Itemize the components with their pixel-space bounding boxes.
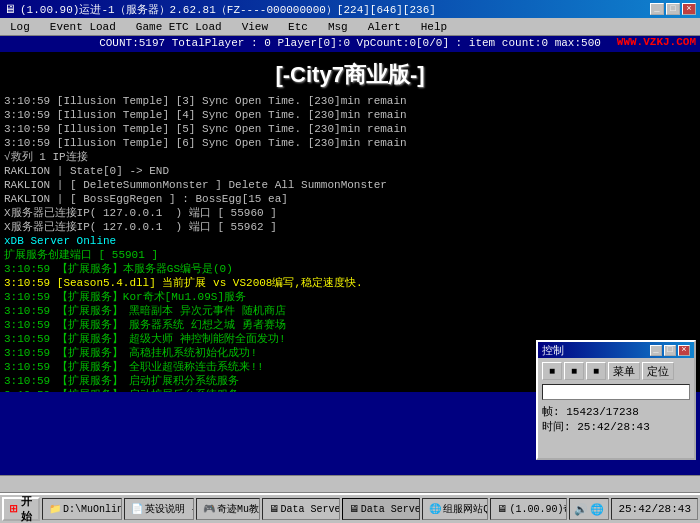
taskbar-item-7-icon: 🖥 — [497, 503, 507, 515]
menu-msg[interactable]: Msg — [322, 20, 354, 34]
taskbar-clock: 25:42/28:43 — [611, 498, 698, 520]
taskbar-item-4-label: Data Server... — [281, 504, 340, 515]
tray-icon-2: 🌐 — [590, 503, 604, 516]
control-time-status: 时间: 25:42/28:43 — [542, 419, 690, 434]
taskbar-item-6-label: 组服网站Q... — [443, 502, 488, 516]
taskbar-item-3[interactable]: 🎮 奇迹Mu教... — [196, 498, 260, 520]
taskbar: ⊞ 开始 📁 D:\MuOnline... 📄 英设说明 -... 🎮 奇迹Mu… — [0, 493, 700, 523]
bottom-status-bar — [0, 475, 700, 493]
taskbar-item-5-label: Data Server... — [361, 504, 420, 515]
clock-text: 25:42/28:43 — [618, 503, 691, 515]
start-button[interactable]: ⊞ 开始 — [2, 497, 40, 521]
control-maximize-button[interactable]: □ — [664, 345, 676, 356]
log-line: RAKLION | [ BossEggRegen ] : BossEgg[15 … — [4, 192, 696, 206]
maximize-button[interactable]: □ — [666, 3, 680, 15]
control-toolbar: ■ ■ ■ 菜单 定位 — [542, 362, 690, 380]
log-line: 3:10:59 [Illusion Temple] [5] Sync Open … — [4, 122, 696, 136]
control-set-button[interactable]: 定位 — [642, 362, 674, 380]
taskbar-item-7-label: (1.00.90)奇... — [509, 502, 567, 516]
title-bar-text: (1.00.90)运进-1（服务器）2.62.81（FZ----00000000… — [20, 2, 436, 17]
tray-icon-1: 🔊 — [574, 503, 588, 516]
control-title-text: 控制 — [542, 343, 564, 358]
menu-event-load[interactable]: Event Load — [44, 20, 122, 34]
windows-logo-icon: ⊞ — [10, 501, 18, 517]
taskbar-item-7[interactable]: 🖥 (1.00.90)奇... — [490, 498, 567, 520]
taskbar-tray: 🔊 🌐 — [569, 498, 609, 520]
log-line: 3:10:59 [Season5.4.dll] 当前扩展 vs VS2008编写… — [4, 276, 696, 290]
taskbar-item-4-icon: 🖥 — [269, 503, 279, 515]
menu-help[interactable]: Help — [415, 20, 453, 34]
control-close-button[interactable]: × — [678, 345, 690, 356]
window-icon: 🖥 — [4, 2, 16, 17]
log-line: 3:10:59 【扩展服务】Kor奇术[Mu1.09S]服务 — [4, 290, 696, 304]
close-button[interactable]: × — [682, 3, 696, 15]
title-bar-buttons: _ □ × — [650, 3, 696, 15]
control-btn-1[interactable]: ■ — [542, 362, 562, 380]
menu-etc[interactable]: Etc — [282, 20, 314, 34]
control-body: ■ ■ ■ 菜单 定位 帧: 15423/17238 时间: 25:42/28:… — [538, 358, 694, 438]
menu-log[interactable]: Log — [4, 20, 36, 34]
control-minimize-button[interactable]: _ — [650, 345, 662, 356]
minimize-button[interactable]: _ — [650, 3, 664, 15]
title-bar-left: 🖥 (1.00.90)运进-1（服务器）2.62.81（FZ----000000… — [4, 2, 436, 17]
log-line: X服务器已连接IP( 127.0.0.1 ) 端口 [ 55962 ] — [4, 220, 696, 234]
log-line: √救列 1 IP连接 — [4, 150, 696, 164]
log-line: X服务器已连接IP( 127.0.0.1 ) 端口 [ 55960 ] — [4, 206, 696, 220]
menu-view[interactable]: View — [236, 20, 274, 34]
menu-bar: Log Event Load Game ETC Load View Etc Ms… — [0, 18, 700, 36]
menu-alert[interactable]: Alert — [362, 20, 407, 34]
taskbar-item-3-label: 奇迹Mu教... — [217, 502, 260, 516]
status-bar-top: COUNT:5197 TotalPlayer : 0 Player[0]:0 V… — [0, 36, 700, 52]
game-title: [-City7商业版-] — [4, 54, 696, 94]
control-btn-3[interactable]: ■ — [586, 362, 606, 380]
log-line: xDB Server Online — [4, 234, 696, 248]
control-input-field[interactable] — [542, 384, 690, 400]
control-btn-2[interactable]: ■ — [564, 362, 584, 380]
taskbar-item-2-label: 英设说明 -... — [145, 502, 194, 516]
taskbar-item-3-icon: 🎮 — [203, 503, 215, 515]
status-count-text: COUNT:5197 TotalPlayer : 0 Player[0]:0 V… — [99, 37, 601, 49]
taskbar-item-5[interactable]: 🖥 Data Server... — [342, 498, 420, 520]
control-frame-status: 帧: 15423/17238 — [542, 404, 690, 419]
log-line: 3:10:59 [Illusion Temple] [4] Sync Open … — [4, 108, 696, 122]
taskbar-item-6-icon: 🌐 — [429, 503, 441, 515]
taskbar-item-1-label: D:\MuOnline... — [63, 504, 122, 515]
log-line: 3:10:59 【扩展服务】 服务器系统 幻想之城 勇者赛场 — [4, 318, 696, 332]
taskbar-item-1-icon: 📁 — [49, 503, 61, 515]
log-line: 3:10:59 [Illusion Temple] [3] Sync Open … — [4, 94, 696, 108]
log-line: RAKLION | [ DeleteSummonMonster ] Delete… — [4, 178, 696, 192]
start-label: 开始 — [21, 494, 32, 523]
taskbar-item-2[interactable]: 📄 英设说明 -... — [124, 498, 194, 520]
log-line: 3:10:59 [Illusion Temple] [6] Sync Open … — [4, 136, 696, 150]
log-line: RAKLION | State[0] -> END — [4, 164, 696, 178]
menu-game-etc-load[interactable]: Game ETC Load — [130, 20, 228, 34]
website-link[interactable]: WWW.VZKJ.COM — [617, 36, 696, 48]
control-menu-button[interactable]: 菜单 — [608, 362, 640, 380]
title-bar: 🖥 (1.00.90)运进-1（服务器）2.62.81（FZ----000000… — [0, 0, 700, 18]
control-status: 帧: 15423/17238 时间: 25:42/28:43 — [542, 404, 690, 434]
log-line: 扩展服务创建端口 [ 55901 ] — [4, 248, 696, 262]
taskbar-item-6[interactable]: 🌐 组服网站Q... — [422, 498, 488, 520]
taskbar-item-2-icon: 📄 — [131, 503, 143, 515]
control-panel: 控制 _ □ × ■ ■ ■ 菜单 定位 帧: 15423/17238 时间: … — [536, 340, 696, 460]
taskbar-item-1[interactable]: 📁 D:\MuOnline... — [42, 498, 122, 520]
log-line: 3:10:59 【扩展服务】本服务器GS编号是(0) — [4, 262, 696, 276]
taskbar-item-4[interactable]: 🖥 Data Server... — [262, 498, 340, 520]
control-panel-title: 控制 _ □ × — [538, 342, 694, 358]
taskbar-item-5-icon: 🖥 — [349, 503, 359, 515]
log-line: 3:10:59 【扩展服务】 黑暗副本 异次元事件 随机商店 — [4, 304, 696, 318]
